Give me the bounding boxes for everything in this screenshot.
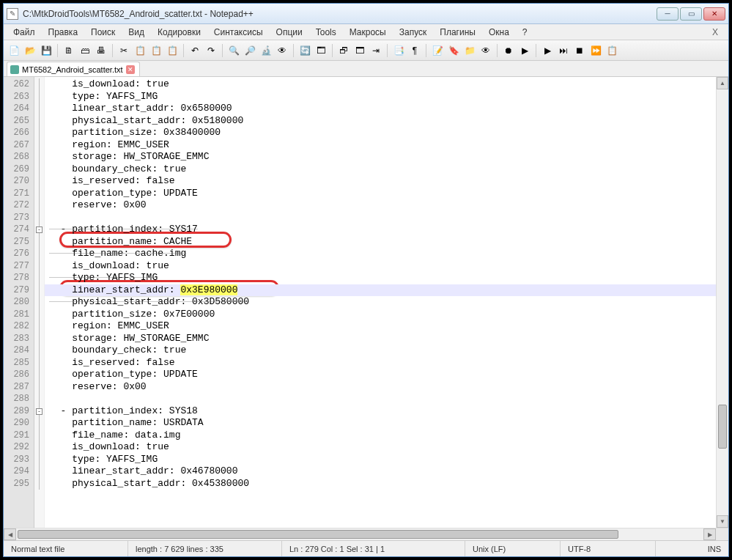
- scroll-right-button[interactable]: ▶: [703, 528, 716, 540]
- code-line[interactable]: partition_name: CACHE: [45, 236, 716, 248]
- code-line[interactable]: [45, 393, 716, 405]
- toolbar-button-4[interactable]: 🗃: [78, 43, 92, 58]
- toolbar-button-13[interactable]: 🔎: [243, 43, 257, 58]
- toolbar-button-15[interactable]: 👁: [275, 43, 289, 58]
- code-line[interactable]: file_name: data.img: [45, 430, 716, 442]
- code-line[interactable]: storage: HW_STORAGE_EMMC: [45, 333, 716, 345]
- code-line[interactable]: is_download: true: [45, 441, 716, 454]
- toolbar-button-27[interactable]: ⏺: [501, 43, 516, 58]
- toolbar-button-22[interactable]: ¶: [407, 43, 422, 58]
- toolbar-button-26[interactable]: 👁: [478, 43, 493, 58]
- code-line[interactable]: - partition_index: SYS18: [45, 405, 716, 418]
- document-tab[interactable]: MT6582_Android_scatter.txt ✕: [7, 62, 140, 76]
- toolbar-button-17[interactable]: 🗔: [314, 43, 328, 58]
- toolbar-button-12[interactable]: 🔍: [226, 43, 241, 58]
- code-line[interactable]: reserve: 0x00: [45, 199, 716, 212]
- menu-плагины[interactable]: Плагины: [435, 26, 481, 39]
- toolbar-button-10[interactable]: ↶: [188, 43, 202, 58]
- toolbar-button-11[interactable]: ↷: [204, 43, 218, 58]
- code-line[interactable]: linear_start_addr: 0x3E980000: [45, 284, 716, 297]
- toolbar-button-20[interactable]: ⇥: [369, 43, 383, 58]
- code-line[interactable]: physical_start_addr: 0x5180000: [45, 115, 716, 128]
- vertical-scrollbar[interactable]: ▲ ▼: [716, 77, 728, 528]
- toolbar-button-6[interactable]: ✂: [117, 43, 131, 58]
- code-line[interactable]: type: YAFFS_IMG: [45, 91, 716, 103]
- toolbar-button-24[interactable]: 🔖: [446, 43, 461, 58]
- code-line[interactable]: partition_name: USRDATA: [45, 417, 716, 430]
- toolbar-button-19[interactable]: 🗖: [352, 43, 367, 58]
- code-line[interactable]: is_reserved: false: [45, 357, 716, 369]
- code-line[interactable]: operation_type: UPDATE: [45, 188, 716, 200]
- menu-опции[interactable]: Опции: [271, 26, 308, 39]
- code-line[interactable]: boundary_check: true: [45, 163, 716, 176]
- menu-запуск[interactable]: Запуск: [394, 26, 432, 39]
- code-line[interactable]: physical_start_addr: 0x3D580000: [45, 296, 716, 309]
- code-line[interactable]: reserve: 0x00: [45, 381, 716, 394]
- toolbar-button-14[interactable]: 🔬: [259, 43, 273, 58]
- code-line[interactable]: type: YAFFS_IMG: [45, 272, 716, 284]
- toolbar-button-31[interactable]: ⏹: [572, 43, 587, 58]
- toolbar-button-7[interactable]: 📋: [133, 43, 147, 58]
- toolbar-button-33[interactable]: 📋: [605, 43, 619, 58]
- code-line[interactable]: region: EMMC_USER: [45, 139, 716, 152]
- editor[interactable]: 2622632642652662672682692702712722732742…: [4, 77, 728, 528]
- toolbar-button-0[interactable]: 📄: [7, 43, 21, 58]
- toolbar-button-28[interactable]: ▶: [517, 43, 532, 58]
- menubar-close[interactable]: X: [706, 26, 724, 39]
- code-line[interactable]: boundary_check: true: [45, 345, 716, 357]
- toolbar-button-3[interactable]: 🗎: [62, 43, 76, 58]
- code-line[interactable]: is_reserved: false: [45, 175, 716, 188]
- toolbar-button-32[interactable]: ⏩: [588, 43, 603, 58]
- toolbar-button-2[interactable]: 💾: [39, 43, 53, 58]
- scroll-left-button[interactable]: ◀: [4, 528, 16, 540]
- menu-макросы[interactable]: Макросы: [344, 26, 391, 39]
- menu-вид[interactable]: Вид: [123, 26, 149, 39]
- tab-close-button[interactable]: ✕: [126, 65, 135, 74]
- hscroll-track[interactable]: [16, 528, 703, 540]
- menu-?[interactable]: ?: [517, 26, 533, 39]
- toolbar-button-30[interactable]: ⏭: [556, 43, 571, 58]
- vscroll-track[interactable]: [717, 89, 728, 515]
- toolbar-button-21[interactable]: 📑: [391, 43, 406, 58]
- toolbar-button-8[interactable]: 📋: [149, 43, 163, 58]
- code-line[interactable]: linear_start_addr: 0x46780000: [45, 465, 716, 478]
- code-line[interactable]: is_download: true: [45, 260, 716, 273]
- toolbar-button-1[interactable]: 📂: [23, 43, 37, 58]
- fold-toggle[interactable]: -: [36, 226, 42, 233]
- code-line[interactable]: storage: HW_STORAGE_EMMC: [45, 151, 716, 163]
- code-line[interactable]: - partition_index: SYS17: [45, 224, 716, 236]
- code-line[interactable]: [45, 212, 716, 224]
- code-line[interactable]: is_download: true: [45, 78, 716, 91]
- code-line[interactable]: linear_start_addr: 0x6580000: [45, 103, 716, 115]
- toolbar-button-16[interactable]: 🔄: [297, 43, 312, 58]
- code-line[interactable]: operation_type: UPDATE: [45, 369, 716, 381]
- menu-кодировки[interactable]: Кодировки: [152, 26, 206, 39]
- vscroll-thumb[interactable]: [718, 405, 727, 449]
- fold-toggle[interactable]: -: [36, 408, 42, 415]
- toolbar-button-5[interactable]: 🖶: [94, 43, 108, 58]
- toolbar-button-29[interactable]: ▶: [540, 43, 555, 58]
- toolbar-button-18[interactable]: 🗗: [336, 43, 351, 58]
- horizontal-scrollbar[interactable]: ◀ ▶: [4, 528, 716, 540]
- menu-tools[interactable]: Tools: [311, 26, 341, 39]
- menu-синтаксисы[interactable]: Синтаксисы: [209, 26, 268, 39]
- code-line[interactable]: type: YAFFS_IMG: [45, 454, 716, 466]
- menu-правка[interactable]: Правка: [43, 26, 84, 39]
- code-line[interactable]: file_name: cache.img: [45, 248, 716, 260]
- scroll-up-button[interactable]: ▲: [717, 77, 728, 89]
- menu-окна[interactable]: Окна: [484, 26, 514, 39]
- scroll-down-button[interactable]: ▼: [717, 515, 728, 528]
- code-area[interactable]: is_download: true type: YAFFS_IMG linear…: [45, 77, 716, 528]
- code-line[interactable]: partition_size: 0x38400000: [45, 127, 716, 139]
- menu-поиск[interactable]: Поиск: [86, 26, 120, 39]
- code-line[interactable]: physical_start_addr: 0x45380000: [45, 478, 716, 490]
- toolbar-button-23[interactable]: 📝: [430, 43, 445, 58]
- hscroll-thumb[interactable]: [18, 530, 618, 539]
- toolbar-button-25[interactable]: 📁: [462, 43, 477, 58]
- close-button[interactable]: ✕: [703, 7, 725, 21]
- code-line[interactable]: region: EMMC_USER: [45, 320, 716, 333]
- maximize-button[interactable]: ▭: [680, 7, 702, 21]
- toolbar-button-9[interactable]: 📋: [165, 43, 180, 58]
- menu-файл[interactable]: Файл: [8, 26, 40, 39]
- code-line[interactable]: partition_size: 0x7E00000: [45, 309, 716, 321]
